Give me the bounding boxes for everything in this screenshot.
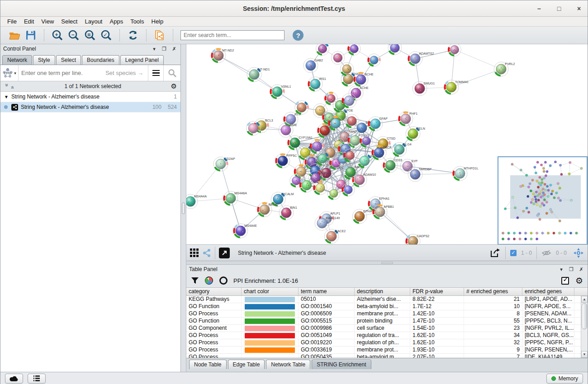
panel-close-icon[interactable]: ✗ (171, 46, 178, 52)
help-button[interactable]: ? (293, 30, 303, 41)
network-node[interactable] (448, 44, 461, 56)
selected-checkbox-icon[interactable]: ✓ (510, 250, 517, 256)
network-node[interactable] (328, 116, 342, 130)
network-node[interactable] (388, 44, 402, 55)
filter-icon[interactable] (191, 276, 199, 285)
menu-item-file[interactable]: File (4, 17, 20, 26)
open-session-button[interactable] (8, 28, 21, 42)
network-node[interactable] (316, 44, 329, 56)
table-row[interactable]: GO ProcessGO:0050435beta-amyloid m...2.0… (186, 354, 588, 358)
network-node[interactable]: ADAMTS2 (408, 52, 434, 66)
save-session-button[interactable] (24, 28, 38, 42)
network-from-file-button[interactable] (153, 28, 166, 42)
column-header-chart-color[interactable]: chart color (242, 288, 299, 295)
zoom-selected-button[interactable]: ✓ (100, 28, 113, 42)
column-header--enriched-genes[interactable]: # enriched genes (464, 288, 522, 295)
string-logo-icon[interactable]: STRING ▾ (0, 65, 19, 81)
table-row[interactable]: GO FunctionGO:0001540beta-amyloid bi...1… (186, 303, 588, 310)
network-node[interactable]: CADPS2 (406, 234, 429, 245)
search-input[interactable] (180, 30, 285, 40)
scroll-up-icon[interactable]: ▲ (581, 296, 588, 303)
network-node[interactable]: MS4A6A (223, 191, 247, 206)
tab-string-enrichment[interactable]: STRING Enrichment (312, 360, 371, 369)
close-button[interactable]: × (575, 5, 583, 13)
refresh-layout-button[interactable] (126, 28, 140, 42)
network-node[interactable]: MT-ND1 (247, 67, 270, 82)
network-node[interactable]: MS4A4A (186, 194, 207, 209)
scrollbar-thumb[interactable] (582, 303, 587, 329)
menu-item-help[interactable]: Help (148, 17, 167, 26)
tab-network[interactable]: Network (2, 55, 32, 65)
network-node[interactable]: PVRL2 (494, 62, 515, 76)
column-header-FDR-p-value[interactable]: FDR p-value (410, 288, 464, 295)
zoom-in-button[interactable]: + (51, 28, 64, 42)
grid-view-icon[interactable] (190, 248, 199, 257)
network-node[interactable] (368, 54, 380, 66)
panel-float-icon[interactable]: ❒ (161, 46, 168, 52)
network-node[interactable] (313, 181, 327, 195)
maximize-button[interactable]: □ (555, 5, 563, 13)
network-node[interactable] (310, 139, 324, 154)
table-row[interactable]: GO ProcessGO:0033619membrane prot...1.93… (186, 347, 588, 354)
panel-menu-icon[interactable]: ▾ (151, 46, 158, 52)
export-network-icon[interactable] (490, 248, 501, 258)
network-canvas[interactable]: MT-ND2MT-ND1VSNL1GAB2IRS1CHATBCHEACHEADA… (186, 44, 588, 245)
memory-button[interactable]: Memory (546, 374, 583, 384)
network-node[interactable]: GAB2 (303, 58, 323, 73)
scroll-down-icon[interactable]: ▼ (581, 351, 588, 358)
network-node[interactable]: PPP5C (275, 154, 297, 168)
select-terms-checkbox-icon[interactable] (561, 277, 569, 285)
zoom-out-button[interactable]: − (67, 28, 81, 42)
network-node[interactable]: MTHFD1L (453, 166, 479, 181)
column-header-term-name[interactable]: term name (299, 288, 355, 295)
task-history-button[interactable] (28, 374, 46, 384)
chart-color-icon[interactable] (204, 276, 213, 285)
menu-item-edit[interactable]: Edit (21, 17, 37, 26)
menu-item-layout[interactable]: Layout (81, 17, 105, 26)
network-node[interactable] (299, 178, 313, 192)
network-node[interactable] (342, 94, 356, 108)
panel-float-icon[interactable]: ❒ (568, 267, 575, 272)
column-header-description[interactable]: description (355, 288, 410, 295)
table-row[interactable]: KEGG Pathways05010Alzheimer's dise...8.8… (186, 296, 588, 303)
column-header-category[interactable]: category (186, 288, 242, 295)
network-node[interactable] (348, 44, 360, 55)
network-row-selected[interactable]: String Network - Alzheimer's disease 100… (0, 102, 180, 112)
column-header-enriched-genes[interactable]: enriched genes (522, 288, 574, 295)
network-node[interactable]: MT-ND2 (211, 48, 234, 63)
open-in-string-icon[interactable] (219, 248, 230, 258)
collapse-all-icon[interactable]: » (9, 84, 15, 89)
network-node[interactable]: VSNL1 (270, 84, 291, 99)
panel-close-icon[interactable]: ✗ (578, 267, 585, 272)
table-row[interactable]: GO ProcessGO:0019220regulation of ph...1… (186, 339, 588, 347)
network-node[interactable]: RELN (406, 126, 425, 141)
network-node[interactable] (331, 51, 345, 65)
network-node[interactable]: GFAP (368, 117, 388, 131)
vertical-splitter[interactable] (181, 44, 186, 372)
cloud-tasks-button[interactable] (5, 374, 23, 384)
tab-select[interactable]: Select (56, 55, 81, 65)
network-node[interactable]: SMUG1 (413, 81, 435, 96)
hidden-eye-icon[interactable] (541, 249, 551, 257)
birdseye-viewport[interactable] (510, 175, 581, 219)
network-node[interactable]: DLG4 (392, 142, 412, 157)
tab-edge-table[interactable]: Edge Table (228, 360, 265, 369)
share-network-icon[interactable] (202, 248, 211, 258)
zoom-fit-button[interactable]: ⌗ (83, 28, 97, 42)
network-node[interactable]: EPHA5 (352, 209, 374, 224)
horizontal-splitter[interactable] (186, 261, 588, 265)
network-collection-row[interactable]: ▼ String Network - Alzheimer's disease 1 (0, 92, 180, 102)
menu-item-tools[interactable]: Tools (127, 17, 147, 26)
string-options-button[interactable] (148, 65, 163, 81)
table-row[interactable]: GO ProcessGO:0006509membrane prot...1.42… (186, 310, 588, 318)
network-node[interactable] (340, 62, 354, 76)
network-node[interactable]: CD2AP (213, 157, 235, 171)
table-row[interactable]: GO FunctionGO:0005515protein binding1.47… (186, 318, 588, 325)
splitter-grip[interactable] (381, 262, 393, 264)
menu-item-apps[interactable]: Apps (107, 17, 127, 26)
network-node[interactable]: BIN1 (279, 206, 297, 220)
tab-node-table[interactable]: Node Table (189, 360, 227, 369)
tab-style[interactable]: Style (33, 55, 55, 65)
ring-chart-icon[interactable] (219, 276, 228, 285)
network-node[interactable]: BACE2 (324, 229, 346, 244)
